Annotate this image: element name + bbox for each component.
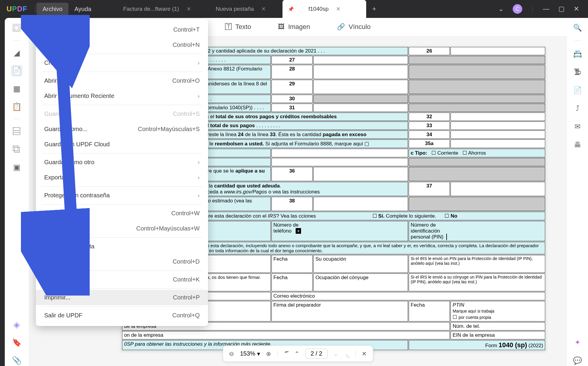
divider <box>35 5 35 13</box>
menu-imprimir[interactable]: Imprimir...Control+P <box>36 290 208 305</box>
text-tool[interactable]: 🅃Texto <box>225 23 251 31</box>
line-number: 36 <box>271 167 313 181</box>
line-number: 34 <box>409 130 450 139</box>
menu-ayuda[interactable]: Ayuda <box>68 3 97 16</box>
amount-cell[interactable] <box>450 122 545 130</box>
title-bar: UPDF Archivo Ayuda Factura de...ftware (… <box>0 0 588 18</box>
next-page-icon[interactable]: ⌄ <box>333 350 338 357</box>
tab-nueva[interactable]: Nueva pestaña✕ <box>199 0 282 18</box>
divider <box>532 5 533 13</box>
maximize-icon[interactable]: ▢ <box>558 5 565 13</box>
menu-archivo[interactable]: Archivo <box>36 3 68 16</box>
form-icon[interactable]: 📋 <box>11 101 22 112</box>
image-tool[interactable]: 🖼Imagen <box>278 23 310 31</box>
reader-icon[interactable]: ⿴ <box>11 22 22 34</box>
amount-cell[interactable] <box>313 197 408 211</box>
zoom-out-icon[interactable]: ⊖ <box>229 350 234 357</box>
prev-page-icon[interactable]: ⌃ <box>294 350 300 357</box>
share-icon[interactable]: ⤴ <box>572 103 583 114</box>
line-number: 33 <box>409 122 450 130</box>
close-icon[interactable]: ✕ <box>261 6 266 12</box>
amount-cell[interactable] <box>313 104 408 112</box>
line-number: 27 <box>271 56 313 64</box>
amount-cell[interactable] <box>450 47 545 55</box>
amount-cell[interactable] <box>450 182 545 196</box>
divider <box>355 350 356 357</box>
menu-mostrar[interactable]: Mostrar en carpeta <box>36 239 208 254</box>
amount-cell[interactable] <box>313 65 408 79</box>
menu-preferencias[interactable]: Preferencias...Control+K <box>36 272 208 287</box>
menu-abrir[interactable]: Abrir...Control+O <box>36 73 208 88</box>
left-sidebar: ⿴ ◢ 📄 ▦ 📋 ⿳ ⿻ ▣ ◈ 🔖 📎 <box>5 18 29 366</box>
menu-cerrar-ventana[interactable]: Cerrar VentanaControl+Mayúsculas+W <box>36 221 208 236</box>
minimize-icon[interactable]: — <box>543 5 549 13</box>
link-tool[interactable]: 🔗Vínculo <box>337 23 370 31</box>
menu-exportar[interactable]: Exportar a› <box>36 170 208 185</box>
pages-icon[interactable]: ▦ <box>11 83 22 94</box>
tab-f1040sp[interactable]: 📌f1040sp✕ <box>282 0 366 18</box>
bookmark-icon[interactable]: 🔖 <box>11 337 22 348</box>
menu-guardar: GuardarControl+S <box>36 106 208 122</box>
menu-nueva-ventana[interactable]: Nueva ventanaControl+N <box>36 37 208 53</box>
first-page-icon[interactable]: ⌃̅ <box>283 350 288 357</box>
tab-factura[interactable]: Factura de...ftware (1)✕ <box>115 0 199 18</box>
ocr-icon[interactable]: 📇 <box>572 48 583 59</box>
line-number: 30 <box>271 95 313 103</box>
amount-cell[interactable] <box>313 167 408 181</box>
correo-label: Correo electrónico <box>271 292 545 300</box>
zoom-level[interactable]: 153% ▾ <box>240 350 260 357</box>
edit-icon[interactable]: 📄 <box>11 65 22 76</box>
highlight-icon[interactable]: ◢ <box>11 47 22 59</box>
new-tab-button[interactable]: + <box>366 5 382 13</box>
attachment-icon[interactable]: 📎 <box>11 355 22 366</box>
flatten-icon[interactable]: 📄 <box>572 85 583 96</box>
menu-crear[interactable]: Crear› <box>36 55 208 70</box>
page-indicator[interactable]: 2 / 2 <box>306 349 327 359</box>
email-icon[interactable]: ✉ <box>572 121 583 132</box>
account-boxes[interactable] <box>271 158 408 166</box>
search-icon[interactable]: 🔍 <box>572 22 583 33</box>
menu-abrir-reciente[interactable]: Abrir Documento Reciente› <box>36 88 208 104</box>
chevron-down-icon[interactable]: ⌄ <box>498 5 504 13</box>
close-icon[interactable]: ✕ <box>336 6 340 12</box>
amount-cell[interactable] <box>313 80 408 94</box>
menu-cerrar-ficha[interactable]: Cerrar FichaControl+W <box>36 206 208 221</box>
avatar[interactable]: C <box>513 4 522 14</box>
ippin2-label: Si el IRS le envió a su cónyuge un PIN p… <box>409 273 545 291</box>
amount-cell[interactable] <box>450 113 545 121</box>
close-pager-icon[interactable]: ✕ <box>362 350 367 357</box>
firma-label: Firma del preparador <box>271 301 408 322</box>
grey-cell <box>409 65 545 79</box>
ai-icon[interactable]: ✦ <box>572 337 583 348</box>
print-icon[interactable]: 🖶 <box>572 139 583 150</box>
menu-proteger[interactable]: Proteger con contraseña› <box>36 188 208 203</box>
close-icon[interactable]: ✕ <box>187 6 191 12</box>
comment-icon[interactable]: 💬 <box>572 355 583 366</box>
amount-cell[interactable] <box>313 56 408 64</box>
menu-propiedades[interactable]: Propiedades...Control+D <box>36 254 208 269</box>
menu-guardar-como[interactable]: Guardar como...Control+Mayúsculas+S <box>36 122 208 137</box>
chevron-right-icon: › <box>198 93 200 99</box>
menu-guardar-otro[interactable]: Guardar como otro› <box>36 155 208 170</box>
line-number: 26 <box>409 47 450 55</box>
tool-label: Imagen <box>288 23 310 31</box>
compress-icon[interactable]: 🗜 <box>572 67 583 77</box>
redact-icon[interactable]: ▣ <box>11 162 22 173</box>
amount-cell[interactable] <box>450 130 545 139</box>
chevron-right-icon: › <box>198 59 200 66</box>
menu-guardar-cloud[interactable]: Guardar en UPDF Cloud <box>36 137 208 152</box>
amount-cell[interactable] <box>450 139 545 148</box>
layers-icon[interactable]: ◈ <box>11 319 22 330</box>
menu-salir[interactable]: Salir de UPDFControl+Q <box>36 308 208 323</box>
fecha-label: Fecha <box>271 273 313 291</box>
fecha-label: Fecha <box>271 255 313 273</box>
zoom-in-icon[interactable]: ⊕ <box>266 350 271 357</box>
close-icon[interactable]: ✕ <box>574 5 579 13</box>
last-page-icon[interactable]: ⌄̲ <box>344 350 349 357</box>
organize-icon[interactable]: ⿳ <box>11 126 22 137</box>
routing-boxes[interactable] <box>271 149 408 157</box>
menu-nueva-pestana[interactable]: Nueva pestañaControl+T <box>36 22 208 37</box>
crop-icon[interactable]: ⿻ <box>11 144 22 155</box>
line-number: 31 <box>271 104 313 112</box>
ippin-label: Si el IRS le envió un PIN para la Protec… <box>409 255 545 273</box>
